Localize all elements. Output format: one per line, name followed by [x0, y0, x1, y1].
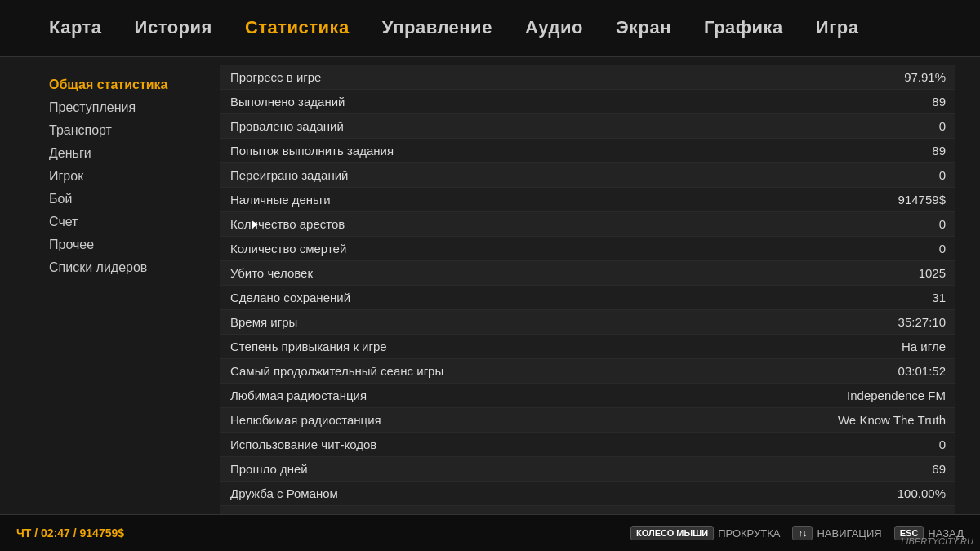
- stat-value: 1025: [815, 266, 946, 280]
- stat-value: 35:27:10: [815, 315, 946, 329]
- nav-igra[interactable]: Игра: [816, 17, 859, 38]
- table-row: Самый продолжительный сеанс игры03:01:52: [220, 359, 956, 384]
- table-row: Наличные деньги914759$: [220, 188, 956, 212]
- stat-value: 03:01:52: [815, 364, 946, 378]
- nav-action-label: НАВИГАЦИЯ: [817, 527, 881, 540]
- stat-label: Степень привыкания к игре: [230, 340, 387, 353]
- table-row: Дружба с Романом100.00%: [220, 482, 956, 506]
- stat-label: Наличные деньги: [230, 193, 331, 207]
- stat-label: Нелюбимая радиостанция: [230, 413, 381, 427]
- cursor-arrow: [252, 220, 258, 229]
- table-row: Провалено заданий0: [220, 114, 956, 139]
- stat-label: Переиграно заданий: [230, 168, 349, 182]
- stats-panel: Прогресс в игре97.91%Выполнено заданий89…: [212, 57, 980, 514]
- stat-value: На игле: [815, 340, 946, 353]
- table-row: Выполнено заданий89: [220, 90, 956, 114]
- table-row: Степень привыкания к игреНа игле: [220, 335, 956, 359]
- nav-upravlenie[interactable]: Управление: [382, 17, 492, 38]
- stat-label: Время игры: [230, 315, 297, 329]
- table-row: Прогресс в игре97.91%: [220, 65, 956, 90]
- stat-value: 89: [815, 95, 946, 109]
- watermark: LIBERTYCITY.RU: [901, 536, 973, 546]
- top-nav: Карта История Статистика Управление Ауди…: [0, 0, 980, 57]
- status-bar: ЧТ / 02:47 / 914759$ КОЛЕСО МЫШИ ПРОКРУТ…: [0, 514, 980, 551]
- scroll-key-badge: КОЛЕСО МЫШИ: [630, 526, 714, 540]
- sidebar-item-obshaya[interactable]: Общая статистика: [49, 73, 196, 96]
- sidebar-item-spiski[interactable]: Списки лидеров: [49, 256, 196, 279]
- sidebar-item-boy[interactable]: Бой: [49, 188, 196, 211]
- stat-label: Прошло дней: [230, 462, 308, 476]
- stat-label: Самый продолжительный сеанс игры: [230, 364, 443, 378]
- stat-label: Количество арестов: [230, 217, 345, 231]
- sidebar-item-igrok[interactable]: Игрок: [49, 165, 196, 188]
- table-row: Нелюбимая радиостанцияWe Know The Truth: [220, 408, 956, 433]
- sidebar-item-prestupleniya[interactable]: Преступления: [49, 96, 196, 119]
- stat-value: 0: [815, 242, 946, 256]
- nav-audio[interactable]: Аудио: [525, 17, 583, 38]
- table-row: Прошло дней69: [220, 457, 956, 482]
- table-row: Количество арестов0: [220, 212, 956, 237]
- sidebar-item-transport[interactable]: Транспорт: [49, 119, 196, 142]
- stat-value: 100.00%: [815, 487, 946, 500]
- stat-value: Independence FM: [815, 389, 946, 402]
- stat-label: Убито человек: [230, 266, 313, 280]
- stat-label: Сделано сохранений: [230, 291, 350, 304]
- table-row: Время игры35:27:10: [220, 310, 956, 335]
- table-row: Количество смертей0: [220, 237, 956, 261]
- stat-label: Выполнено заданий: [230, 95, 345, 109]
- table-row: Уважение Романа100.00%: [220, 506, 956, 514]
- stat-label: Количество смертей: [230, 242, 346, 256]
- hint-nav: ↑↓ НАВИГАЦИЯ: [792, 526, 881, 540]
- nav-statistika[interactable]: Статистика: [245, 17, 350, 38]
- stat-label: Дружба с Романом: [230, 487, 338, 500]
- sidebar-item-schet[interactable]: Счет: [49, 211, 196, 233]
- stat-value: We Know The Truth: [815, 413, 946, 427]
- stat-label: Использование чит-кодов: [230, 438, 376, 451]
- stat-value: 914759$: [815, 193, 946, 207]
- hint-scroll: КОЛЕСО МЫШИ ПРОКРУТКА: [630, 526, 780, 540]
- stat-label: Прогресс в игре: [230, 70, 321, 84]
- stat-value: 0: [815, 119, 946, 133]
- scroll-action-label: ПРОКРУТКА: [718, 527, 780, 540]
- main-content: Общая статистика Преступления Транспорт …: [0, 57, 980, 514]
- status-left-text: ЧТ / 02:47 / 914759$: [16, 527, 124, 540]
- sidebar: Общая статистика Преступления Транспорт …: [0, 57, 212, 514]
- nav-key-badge: ↑↓: [792, 526, 813, 540]
- nav-karta[interactable]: Карта: [49, 17, 102, 38]
- nav-istoriya[interactable]: История: [135, 17, 212, 38]
- stat-label: Попыток выполнить задания: [230, 144, 394, 158]
- stat-label: Провалено заданий: [230, 119, 344, 133]
- stat-value: 69: [815, 462, 946, 476]
- stat-value: 97.91%: [815, 70, 946, 84]
- stat-label: Любимая радиостанция: [230, 389, 367, 402]
- table-row: Переиграно заданий0: [220, 163, 956, 188]
- table-row: Сделано сохранений31: [220, 286, 956, 310]
- table-row: Использование чит-кодов0: [220, 433, 956, 457]
- nav-grafika[interactable]: Графика: [704, 17, 783, 38]
- sidebar-item-dengi[interactable]: Деньги: [49, 142, 196, 165]
- nav-ekran[interactable]: Экран: [616, 17, 671, 38]
- table-row: Любимая радиостанцияIndependence FM: [220, 384, 956, 408]
- sidebar-item-prochee[interactable]: Прочее: [49, 233, 196, 256]
- table-row: Попыток выполнить задания89: [220, 139, 956, 163]
- table-row: Убито человек1025: [220, 261, 956, 286]
- stat-value: 0: [815, 217, 946, 231]
- stat-value: 31: [815, 291, 946, 304]
- stat-value: 0: [815, 438, 946, 451]
- stat-value: 0: [815, 168, 946, 182]
- stat-value: 89: [815, 144, 946, 158]
